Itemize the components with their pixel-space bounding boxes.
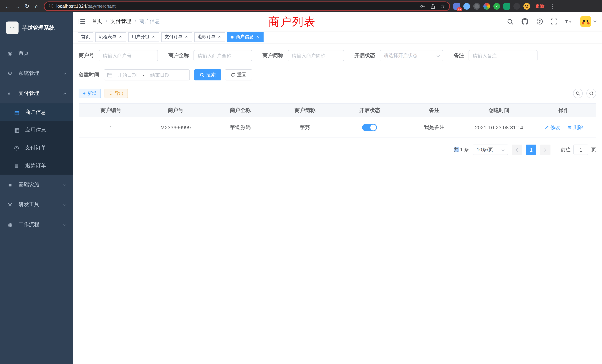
prev-page-button[interactable] <box>512 145 522 155</box>
font-size-icon[interactable]: TT <box>565 19 572 24</box>
plus-icon: + <box>83 91 86 96</box>
close-tab-icon[interactable] <box>217 34 222 40</box>
merchant-no-input[interactable] <box>99 50 158 61</box>
breadcrumb-payment[interactable]: 支付管理 <box>110 18 131 25</box>
sidebar-item-system[interactable]: ⚙ 系统管理 <box>0 63 73 83</box>
goto-label: 前往 <box>561 146 570 153</box>
page-number-button[interactable]: 1 <box>526 145 536 155</box>
extension-icon[interactable] <box>473 3 480 10</box>
short-name-input[interactable] <box>288 50 344 61</box>
status-toggle[interactable] <box>362 124 377 131</box>
sidebar-toggle-icon[interactable] <box>79 19 85 24</box>
full-name-input[interactable] <box>194 50 252 61</box>
sidebar-item-payment[interactable]: ¥ 支付管理 <box>0 83 73 103</box>
close-tab-icon[interactable] <box>255 34 260 40</box>
extension-icon[interactable] <box>463 3 470 10</box>
sidebar-menu: ◉ 首页 ⚙ 系统管理 ¥ 支付管理 ▤ 商户信息 <box>0 43 73 235</box>
cell-short-name: 芋艿 <box>273 117 337 138</box>
app-logo[interactable]: 芋道管理系统 <box>0 12 73 43</box>
tab-process-form[interactable]: 流程表单 <box>95 32 126 42</box>
tab-pay-orders[interactable]: 支付订单 <box>161 32 192 42</box>
navbar-actions: ? TT <box>507 16 596 27</box>
refresh-table-button[interactable] <box>586 89 596 98</box>
tools-icon: ⚒ <box>7 201 16 208</box>
sidebar-item-dev-tools[interactable]: ⚒ 研发工具 <box>0 195 73 215</box>
tab-home[interactable]: 首页 <box>78 32 93 42</box>
sidebar-item-infrastructure[interactable]: ▣ 基础设施 <box>0 175 73 195</box>
search-icon[interactable] <box>507 18 513 25</box>
delete-button[interactable]: 删除 <box>567 124 583 131</box>
extensions-puzzle-icon[interactable]: 10 <box>453 3 460 10</box>
page-content: 商户号 商户全称 商户简称 开启状态 请选择开启状态 <box>73 43 602 364</box>
sidebar-item-merchant-info[interactable]: ▤ 商户信息 <box>0 103 73 121</box>
app-frame: 芋道管理系统 ◉ 首页 ⚙ 系统管理 ¥ 支付管理 <box>0 12 602 364</box>
password-key-icon[interactable] <box>420 3 425 9</box>
browser-update-button[interactable]: 更新 <box>535 3 545 9</box>
sidebar-item-app-info[interactable]: ▦ 应用信息 <box>0 121 73 139</box>
next-page-button[interactable] <box>540 145 550 155</box>
svg-text:T: T <box>569 21 571 24</box>
calendar-icon <box>107 72 112 77</box>
status-label: 开启状态 <box>354 52 375 59</box>
chevron-down-icon <box>63 71 66 75</box>
reload-button[interactable]: ↻ <box>22 0 32 12</box>
col-create-time: 创建时间 <box>467 104 531 117</box>
url-path: /pay/merchant <box>86 3 116 9</box>
github-icon[interactable] <box>522 18 528 25</box>
chevron-up-icon <box>63 93 66 96</box>
cell-create-time: 2021-10-23 08:31:14 <box>467 117 531 138</box>
sidebar-item-refund-orders[interactable]: ≣ 退款订单 <box>0 157 73 175</box>
search-button[interactable]: 搜索 <box>194 69 221 80</box>
export-button[interactable]: ↧ 导出 <box>105 89 128 98</box>
start-date-input[interactable] <box>113 72 141 78</box>
bookmark-star-icon[interactable]: ☆ <box>441 3 445 9</box>
close-tab-icon[interactable] <box>184 34 189 40</box>
page-size-select[interactable]: 10条/页 <box>473 145 508 155</box>
sidebar-item-home[interactable]: ◉ 首页 <box>0 43 73 63</box>
extension-icon[interactable] <box>503 3 510 10</box>
share-icon[interactable] <box>430 3 435 9</box>
reset-button[interactable]: 重置 <box>225 69 252 80</box>
extension-icon[interactable]: ✓ <box>493 3 500 10</box>
goto-page-input[interactable] <box>573 145 588 155</box>
card-icon: ▤ <box>14 109 23 116</box>
merchant-table: 商户编号 商户号 商户全称 商户简称 开启状态 备注 创建时间 操作 1 <box>79 103 596 138</box>
home-button[interactable]: ⌂ <box>32 0 42 12</box>
sidebar-item-workflow[interactable]: ▦ 工作流程 <box>0 215 73 235</box>
user-menu[interactable] <box>580 16 596 27</box>
back-button[interactable]: ← <box>3 0 13 12</box>
date-separator: - <box>142 72 145 78</box>
site-info-icon[interactable]: ⓘ <box>49 3 53 9</box>
extension-icon[interactable] <box>483 3 490 10</box>
col-status: 开启状态 <box>337 104 402 117</box>
help-icon[interactable]: ? <box>536 18 543 25</box>
url-bar[interactable]: ⓘ localhost:1024/pay/merchant ☆ <box>44 1 450 11</box>
chevron-down-icon <box>63 223 66 226</box>
fullscreen-icon[interactable] <box>551 19 557 24</box>
close-tab-icon[interactable] <box>151 34 156 40</box>
status-select[interactable]: 请选择开启状态 <box>380 50 443 61</box>
breadcrumb-home[interactable]: 首页 <box>92 18 102 25</box>
extension-icon[interactable] <box>513 3 520 10</box>
profile-avatar-icon[interactable] <box>523 3 530 10</box>
sidebar-item-pay-orders[interactable]: ◎ 支付订单 <box>0 139 73 157</box>
url-text[interactable]: localhost:1024/pay/merchant <box>56 3 415 9</box>
date-range-picker[interactable]: - <box>104 69 190 80</box>
sidebar: 芋道管理系统 ◉ 首页 ⚙ 系统管理 ¥ 支付管理 <box>0 12 73 364</box>
logo-image <box>6 21 19 34</box>
tab-user-group[interactable]: 用户分组 <box>128 32 159 42</box>
edit-button[interactable]: 修改 <box>545 124 560 131</box>
navbar: 首页 支付管理 商户信息 商户列表 ? <box>73 12 602 31</box>
forward-button[interactable]: → <box>13 0 22 12</box>
tab-merchant-info[interactable]: 商户信息 <box>227 32 264 42</box>
browser-menu-icon[interactable]: ⋮ <box>548 3 556 9</box>
grid-icon: ▦ <box>14 127 23 133</box>
end-date-input[interactable] <box>146 72 174 78</box>
goto-unit-label: 页 <box>591 146 596 153</box>
add-button[interactable]: + 新增 <box>79 89 101 98</box>
toggle-search-button[interactable] <box>573 89 583 98</box>
monitor-icon: ▣ <box>7 181 16 188</box>
tab-refund-orders[interactable]: 退款订单 <box>194 32 225 42</box>
close-tab-icon[interactable] <box>118 34 123 40</box>
remark-input[interactable] <box>469 50 538 61</box>
